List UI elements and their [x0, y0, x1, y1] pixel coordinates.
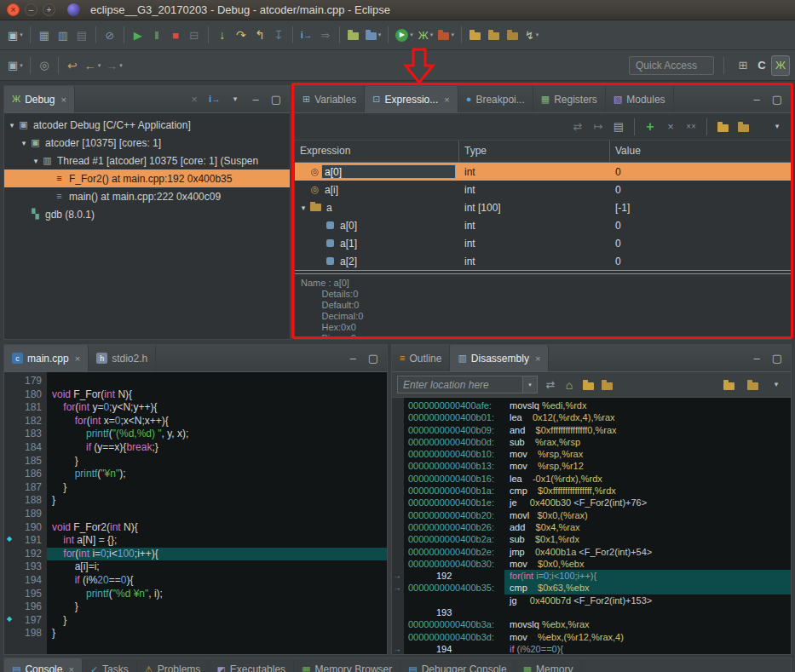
annotation-ruler[interactable]: [4, 401, 18, 415]
quick-access-box[interactable]: Quick Access: [629, 56, 714, 75]
close-tab-icon[interactable]: ×: [68, 664, 73, 672]
instruction-stepping-toggle-icon[interactable]: i→: [205, 89, 224, 110]
step-into-icon[interactable]: ↓: [213, 25, 232, 45]
tab-modules[interactable]: ▧Modules: [606, 86, 674, 112]
location-dropdown-button[interactable]: ▾: [523, 376, 538, 393]
editor-presentation-icon[interactable]: ▣▾: [5, 55, 26, 76]
collapse-all-icon[interactable]: [713, 117, 732, 137]
open-folder-icon[interactable]: [466, 25, 485, 45]
coverage-icon[interactable]: [344, 25, 363, 45]
refresh-view-icon[interactable]: ⇄: [541, 375, 560, 395]
run-icon[interactable]: ▶▾: [393, 25, 416, 45]
maximize-icon[interactable]: ▢: [364, 348, 383, 369]
new-wizard-icon[interactable]: ▣▾: [5, 25, 26, 45]
expression-row[interactable]: ◎a[i]int0: [295, 181, 791, 198]
expression-edit-input[interactable]: a[0]: [321, 164, 456, 179]
remove-expression-icon[interactable]: ×: [661, 117, 680, 137]
print-icon[interactable]: ▤: [72, 25, 91, 45]
open-new-view-icon[interactable]: [719, 375, 738, 395]
wand-icon[interactable]: ↯▾: [522, 25, 541, 45]
disassembly-line[interactable]: 0000000000400b10:mov %rsp,%rax: [392, 448, 791, 460]
annotation-ruler[interactable]: [4, 627, 18, 640]
tab-variables[interactable]: ⊞Variables: [295, 86, 365, 112]
instruction-stepping-icon[interactable]: i→: [297, 25, 316, 45]
debug-tree-item[interactable]: ▚gdb (8.0.1): [4, 205, 290, 223]
remove-all-terminated-icon[interactable]: ×: [185, 89, 204, 110]
disconnect-icon[interactable]: ⊟: [185, 25, 204, 45]
code-line[interactable]: 188}: [4, 494, 387, 508]
annotation-ruler[interactable]: ◆: [4, 614, 18, 628]
cpp-perspective-icon[interactable]: C: [752, 55, 771, 76]
forward-icon[interactable]: →▾: [103, 55, 125, 76]
step-return-icon[interactable]: ↰: [251, 25, 269, 45]
code-line[interactable]: 196 }: [4, 600, 387, 614]
disassembly-line[interactable]: 0000000000400b20:movl $0x0,(%rax): [392, 509, 791, 521]
code-line[interactable]: 180void F_For(int N){: [4, 388, 387, 402]
profile-icon[interactable]: ▾: [363, 25, 384, 45]
close-tab-icon[interactable]: ×: [75, 353, 80, 364]
disassembly-line[interactable]: 0000000000400b3d:mov %ebx,(%r12,%rax,4): [392, 631, 791, 643]
pin-view-icon[interactable]: [734, 117, 752, 137]
annotation-ruler[interactable]: [4, 600, 18, 614]
disassembly-line[interactable]: 0000000000400b1a:cmp $0xffffffffffffffff…: [392, 485, 791, 497]
window-close-button[interactable]: ×: [7, 3, 20, 16]
show-source-icon[interactable]: [579, 375, 597, 395]
expression-row[interactable]: a[1]int0: [295, 234, 791, 252]
debug-tree-item[interactable]: ▾▥Thread #1 [atcoder] 10375 [core: 1] (S…: [4, 152, 290, 169]
code-line[interactable]: 187 }: [4, 481, 387, 495]
code-line[interactable]: 189: [4, 508, 387, 521]
minimize-icon[interactable]: –: [343, 348, 362, 369]
sync-with-pc-icon[interactable]: [597, 375, 616, 395]
annotation-ruler[interactable]: [4, 560, 18, 574]
code-line[interactable]: 181 for(int y=0;y<N;y++){: [4, 401, 387, 415]
disassembly-line[interactable]: 0000000000400b13:mov %rsp,%r12: [392, 460, 791, 472]
code-line[interactable]: 184 if (y==x){break;}: [4, 441, 387, 455]
disassembly-line[interactable]: 0000000000400b09:and $0xfffffffffffffff0…: [392, 424, 791, 436]
annotation-ruler[interactable]: [4, 455, 18, 468]
drop-to-frame-icon[interactable]: ↧: [269, 25, 288, 45]
annotation-ruler[interactable]: [4, 428, 18, 441]
tab-memory[interactable]: ▦Memory: [516, 658, 582, 672]
expand-arrow-icon[interactable]: ▾: [31, 157, 41, 165]
home-icon[interactable]: ⌂: [560, 375, 579, 395]
code-line[interactable]: 183 printf("(%d,%d) ", y, x);: [4, 428, 387, 441]
tab-registers[interactable]: ▦Registers: [533, 86, 606, 112]
add-expression-icon[interactable]: +: [641, 117, 660, 137]
annotation-ruler[interactable]: [4, 494, 18, 508]
tab-stdio2-h[interactable]: hstdio2.h: [89, 345, 156, 371]
close-tab-icon[interactable]: ×: [535, 353, 540, 364]
code-line[interactable]: 194 if (i%20==0){: [4, 574, 387, 588]
annotation-ruler[interactable]: [4, 441, 18, 455]
expression-row[interactable]: a[0]int0: [295, 216, 791, 234]
column-header-type[interactable]: Type: [459, 141, 610, 162]
back-icon[interactable]: ←▾: [82, 55, 104, 76]
disassembly-line[interactable]: 0000000000400b2e:jmp 0x400b1a <F_For2(in…: [392, 546, 791, 558]
code-line[interactable]: 193 a[i]=i;: [4, 560, 387, 574]
tab-debug[interactable]: ЖDebug×: [4, 86, 75, 112]
minimize-icon[interactable]: –: [747, 348, 766, 369]
tab-outline[interactable]: ≡Outline: [392, 345, 450, 371]
save-all-icon[interactable]: ▥: [54, 25, 72, 45]
column-header-expression[interactable]: Expression: [295, 141, 459, 162]
code-line[interactable]: ◆197 }: [4, 614, 387, 628]
annotation-ruler[interactable]: [4, 481, 18, 495]
disassembly-line[interactable]: 0000000000400b26:add $0x4,%rax: [392, 521, 791, 533]
annotation-ruler[interactable]: [4, 521, 18, 535]
code-line[interactable]: ◆191 int a[N] = {};: [4, 534, 387, 548]
disassembly-line[interactable]: 0000000000400afe:movslq %edi,%rdx: [392, 399, 791, 411]
annotation-ruler[interactable]: [4, 574, 18, 588]
disassembly-line[interactable]: 0000000000400b2a:sub $0x1,%rdx: [392, 533, 791, 545]
disassembly-line[interactable]: 0000000000400b1e:je 0x400b30 <F_For2(int…: [392, 497, 791, 508]
annotation-ruler[interactable]: [4, 415, 18, 428]
annotation-ruler[interactable]: [4, 388, 18, 402]
terminate-icon[interactable]: ■: [166, 25, 185, 45]
disassembly-source-line[interactable]: →192for(int i=0;i<100;i++){: [392, 570, 791, 582]
expression-details-pane[interactable]: Name : a[0] Details:0 Default:0 Decimal:…: [295, 274, 791, 339]
code-line[interactable]: 182 for(int x=0;x<N;x++){: [4, 415, 387, 428]
code-line[interactable]: 192 for(int i=0;i<100;i++){: [4, 548, 387, 561]
tab-memory-browser[interactable]: ▦Memory Browser: [294, 658, 400, 672]
tab-main-cpp[interactable]: cmain.cpp×: [4, 345, 89, 371]
code-line[interactable]: 198}: [4, 627, 387, 640]
maximize-icon[interactable]: ▢: [768, 348, 786, 369]
close-tab-icon[interactable]: ×: [61, 95, 66, 105]
